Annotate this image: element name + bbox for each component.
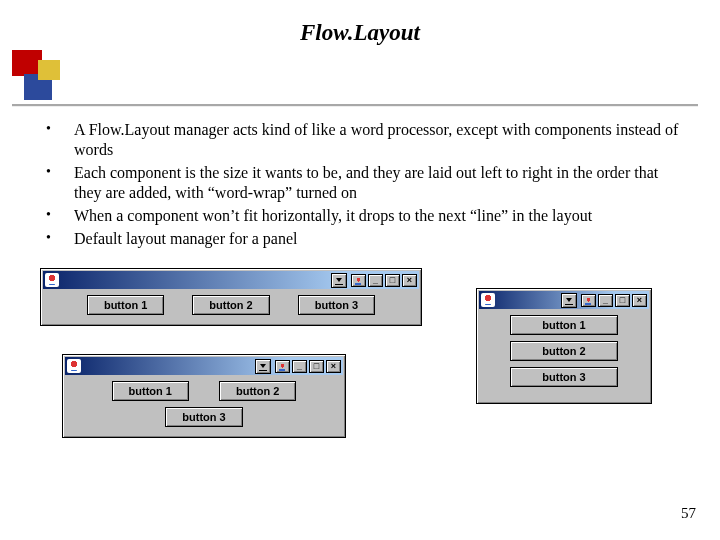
maximize-button[interactable]: □ bbox=[385, 274, 400, 287]
titlebar-java-button[interactable] bbox=[351, 274, 366, 287]
minimize-button[interactable]: _ bbox=[292, 360, 307, 373]
demo-button[interactable]: button 2 bbox=[219, 381, 296, 401]
demo-button[interactable]: button 1 bbox=[510, 315, 618, 335]
titlebar-java-button[interactable] bbox=[581, 294, 596, 307]
example-window-wide: _ □ × button 1 button 2 button 3 bbox=[40, 268, 422, 326]
bullet-item: Default layout manager for a panel bbox=[42, 229, 680, 249]
bullet-item: When a component won’t fit horizontally,… bbox=[42, 206, 680, 226]
bullet-item: A Flow.Layout manager acts kind of like … bbox=[42, 120, 680, 160]
title-rule bbox=[12, 104, 698, 106]
demo-button[interactable]: button 3 bbox=[298, 295, 375, 315]
java-icon bbox=[481, 293, 495, 307]
page-number: 57 bbox=[681, 505, 696, 522]
example-window-narrow: _ □ × button 1 button 2 button 3 bbox=[476, 288, 652, 404]
logo-yellow-square bbox=[38, 60, 60, 80]
titlebar[interactable]: _ □ × bbox=[43, 271, 419, 289]
demo-button[interactable]: button 2 bbox=[192, 295, 269, 315]
titlebar-java-button[interactable] bbox=[275, 360, 290, 373]
titlebar-menu-button[interactable] bbox=[561, 293, 577, 308]
minimize-button[interactable]: _ bbox=[368, 274, 383, 287]
close-button[interactable]: × bbox=[402, 274, 417, 287]
titlebar[interactable]: _ □ × bbox=[65, 357, 343, 375]
titlebar-menu-button[interactable] bbox=[331, 273, 347, 288]
java-icon bbox=[45, 273, 59, 287]
bullet-list: A Flow.Layout manager acts kind of like … bbox=[42, 120, 680, 252]
client-area: button 1 button 2 button 3 bbox=[43, 289, 419, 321]
close-button[interactable]: × bbox=[632, 294, 647, 307]
demo-button[interactable]: button 1 bbox=[87, 295, 164, 315]
close-button[interactable]: × bbox=[326, 360, 341, 373]
titlebar-menu-button[interactable] bbox=[255, 359, 271, 374]
minimize-button[interactable]: _ bbox=[598, 294, 613, 307]
bullet-item: Each component is the size it wants to b… bbox=[42, 163, 680, 203]
example-window-medium: _ □ × button 1 button 2 button 3 bbox=[62, 354, 346, 438]
slide-title: Flow.Layout bbox=[0, 20, 720, 46]
client-area: button 1 button 2 button 3 bbox=[65, 375, 343, 433]
demo-button[interactable]: button 1 bbox=[112, 381, 189, 401]
demo-button[interactable]: button 3 bbox=[510, 367, 618, 387]
maximize-button[interactable]: □ bbox=[309, 360, 324, 373]
slide: Flow.Layout A Flow.Layout manager acts k… bbox=[0, 0, 720, 540]
slide-logo bbox=[12, 50, 68, 104]
maximize-button[interactable]: □ bbox=[615, 294, 630, 307]
titlebar[interactable]: _ □ × bbox=[479, 291, 649, 309]
client-area: button 1 button 2 button 3 bbox=[479, 309, 649, 393]
java-icon bbox=[67, 359, 81, 373]
demo-button[interactable]: button 3 bbox=[165, 407, 242, 427]
demo-button[interactable]: button 2 bbox=[510, 341, 618, 361]
